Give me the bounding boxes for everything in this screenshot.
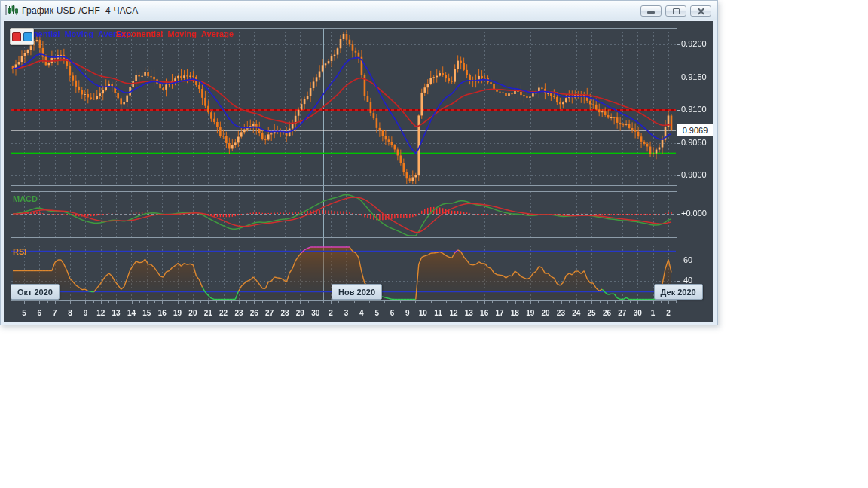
current-price-box: 0.9069 [677, 124, 713, 136]
minimize-icon [647, 11, 655, 14]
restore-icon [673, 8, 680, 14]
restore-button[interactable] [665, 5, 686, 17]
red-indicator-chip[interactable] [12, 32, 21, 41]
candlestick-chart-icon [5, 5, 18, 16]
window-title: График USD /CHF 4 ЧАСА [22, 5, 138, 16]
month-badge: Дек 2020 [654, 284, 703, 300]
close-button[interactable] [690, 5, 711, 17]
day-label: 2 [659, 309, 677, 317]
window-titlebar[interactable]: График USD /CHF 4 ЧАСА [1, 1, 717, 20]
desktop: График USD /CHF 4 ЧАСА Exponential_Movin… [0, 0, 868, 488]
month-badge: Окт 2020 [11, 284, 60, 300]
blue-indicator-chip[interactable] [23, 32, 32, 41]
window-controls [640, 5, 711, 17]
indicator-chip-box[interactable] [10, 28, 34, 45]
month-badge: Нов 2020 [332, 284, 382, 300]
chart-window: График USD /CHF 4 ЧАСА Exponential_Movin… [0, 0, 718, 325]
minimize-button[interactable] [640, 5, 662, 17]
price-chart-canvas[interactable] [4, 21, 713, 322]
close-icon [697, 8, 705, 14]
